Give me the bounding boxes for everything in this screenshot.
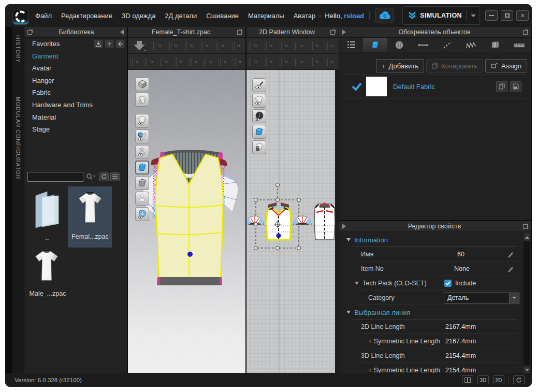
- simulation-button[interactable]: SIMULATION: [402, 6, 480, 25]
- fabric-name[interactable]: Default Fabric: [393, 83, 494, 91]
- show-3d-garment-button[interactable]: [135, 114, 149, 128]
- copy-button[interactable]: Копировать: [426, 59, 483, 72]
- library-item-hardware[interactable]: Hardware and Trims: [24, 99, 127, 111]
- toolbar-group-collapsed[interactable]: »: [323, 38, 339, 53]
- section-selected-line[interactable]: Выбранная линия: [339, 305, 523, 320]
- show-info-button[interactable]: i: [252, 109, 266, 123]
- viewport-3d-canvas[interactable]: [128, 70, 245, 383]
- name-value[interactable]: 60: [457, 251, 465, 258]
- viewport-2d-canvas[interactable]: i: [246, 70, 335, 383]
- fabric-view-button[interactable]: [135, 161, 149, 175]
- category-dropdown[interactable]: Деталь: [444, 293, 519, 303]
- collapse-panel-icon[interactable]: [342, 224, 346, 229]
- fabric-view-2d-button[interactable]: [252, 125, 266, 139]
- view-3d-button[interactable]: 3D: [477, 375, 489, 384]
- female-tshirt-thumbnail[interactable]: [75, 191, 105, 225]
- toolbar-group-collapsed[interactable]: »: [246, 38, 262, 53]
- menu-edit[interactable]: Редактирование: [61, 12, 112, 20]
- toolbar-group-collapsed[interactable]: »: [214, 38, 230, 53]
- library-item-garment[interactable]: Garment: [24, 50, 127, 63]
- split-view-button[interactable]: [462, 375, 473, 384]
- section-information[interactable]: Information: [339, 233, 523, 247]
- library-item-avatar[interactable]: Avatar: [24, 62, 127, 75]
- fabric-copy-button[interactable]: [496, 81, 507, 92]
- show-sketch-button[interactable]: [252, 78, 266, 92]
- toolbar-group-collapsed[interactable]: »: [323, 54, 339, 69]
- ghost-avatar-button[interactable]: [135, 192, 149, 206]
- toolbar-group-collapsed[interactable]: »: [230, 38, 246, 53]
- toolbar-group-collapsed[interactable]: »: [198, 38, 214, 53]
- simulation-dropdown-icon[interactable]: [471, 14, 476, 17]
- toolbar-group-collapsed[interactable]: »: [216, 54, 230, 69]
- item-no-value[interactable]: None: [454, 265, 470, 272]
- collapse-library-icon[interactable]: [120, 30, 124, 35]
- toolbar-group-collapsed[interactable]: »: [277, 38, 293, 53]
- toolbar-group-collapsed[interactable]: »: [277, 54, 293, 69]
- show-garment-style-button[interactable]: [135, 93, 149, 107]
- toolbar-group-collapsed[interactable]: »: [246, 54, 262, 69]
- lock-pattern-button[interactable]: [252, 140, 266, 154]
- toolbar-group-collapsed[interactable]: »: [142, 54, 157, 69]
- toolbar-group-collapsed[interactable]: »: [231, 54, 245, 69]
- toolbar-group-collapsed[interactable]: »: [172, 54, 186, 69]
- menu-sewing[interactable]: Сшивание: [206, 12, 239, 20]
- undock-icon[interactable]: [523, 224, 528, 229]
- collapse-panel-icon[interactable]: [342, 30, 346, 35]
- undock-icon[interactable]: [330, 30, 336, 35]
- show-avatar-button[interactable]: [135, 145, 149, 159]
- show-globe-button[interactable]: [135, 207, 149, 221]
- property-scrollbar[interactable]: [524, 233, 530, 374]
- tab-history[interactable]: HISTORY: [15, 35, 21, 63]
- fabric-save-button[interactable]: [510, 81, 521, 92]
- toolbar-group-collapsed[interactable]: »: [308, 54, 324, 69]
- library-view-mode-button[interactable]: [110, 172, 120, 181]
- toolbar-group-collapsed[interactable]: »: [262, 54, 278, 69]
- add-button[interactable]: +Добавить: [376, 59, 424, 72]
- undock-icon[interactable]: [27, 30, 33, 35]
- fabric-list-item[interactable]: Default Fabric: [344, 75, 527, 98]
- menu-2d-patterns[interactable]: 2Д детали: [165, 12, 197, 20]
- library-back-button[interactable]: [115, 39, 125, 48]
- folder-up-icon[interactable]: [32, 190, 63, 231]
- toolbar-group-collapsed[interactable]: »: [293, 54, 308, 69]
- library-item-fabric[interactable]: Fabric: [24, 86, 127, 99]
- library-download-button[interactable]: [94, 39, 103, 48]
- toolbar-group-collapsed[interactable]: »: [262, 38, 278, 53]
- edit-icon[interactable]: [507, 251, 514, 258]
- simulate-drop-button[interactable]: [128, 38, 151, 53]
- library-add-button[interactable]: +: [105, 39, 114, 48]
- search-icon[interactable]: [86, 173, 95, 180]
- toolbar-group-collapsed[interactable]: »: [182, 38, 198, 53]
- toolbar-group-collapsed[interactable]: »: [151, 38, 167, 53]
- clo-logo-icon[interactable]: [12, 9, 29, 25]
- male-tshirt-thumbnail[interactable]: [32, 249, 62, 283]
- close-button[interactable]: ✕: [516, 10, 529, 21]
- show-pins-button[interactable]: [135, 129, 149, 143]
- undock-icon[interactable]: [237, 30, 242, 35]
- toolbar-group-collapsed[interactable]: »: [157, 54, 172, 69]
- scroll-up-button[interactable]: [524, 233, 530, 241]
- maximize-button[interactable]: [501, 10, 513, 21]
- undock-icon[interactable]: [523, 30, 528, 35]
- tab-scene-list[interactable]: [339, 38, 363, 52]
- sync-button[interactable]: [513, 375, 525, 384]
- dropdown-arrow-icon[interactable]: [509, 293, 519, 303]
- clo-cloud-button[interactable]: C: [375, 8, 394, 23]
- toolbar-group-collapsed[interactable]: »: [187, 54, 201, 69]
- tab-measure[interactable]: [507, 38, 531, 52]
- library-item-hanger[interactable]: Hanger: [24, 75, 127, 87]
- toolbar-group-collapsed[interactable]: »: [167, 38, 183, 53]
- menu-avatar[interactable]: Аватар: [294, 12, 316, 20]
- tab-puckering[interactable]: [459, 38, 483, 52]
- menu-file[interactable]: Файл: [35, 12, 52, 20]
- show-pattern-button[interactable]: [252, 94, 266, 108]
- tab-modular-configurator[interactable]: MODULAR CONFIGURATOR: [15, 97, 21, 180]
- toolbar-group-collapsed[interactable]: »: [293, 38, 308, 53]
- include-checkbox[interactable]: [444, 280, 452, 287]
- library-search-input[interactable]: [27, 172, 83, 182]
- tab-stitch[interactable]: [436, 38, 459, 52]
- library-item-material[interactable]: Material: [24, 111, 127, 124]
- minimize-button[interactable]: [485, 10, 498, 21]
- tab-topstitch[interactable]: [411, 38, 435, 52]
- toolbar-group-collapsed[interactable]: »: [308, 38, 324, 53]
